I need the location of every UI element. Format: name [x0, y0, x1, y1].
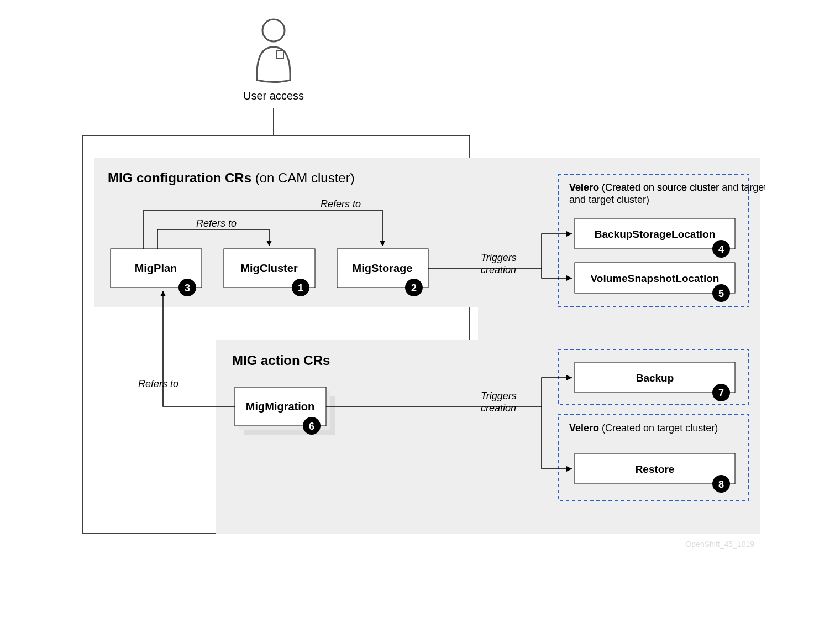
edge-refers2-label: Refers to [321, 199, 361, 210]
migplan-label: MigPlan [135, 262, 177, 274]
migcluster-num: 1 [298, 283, 303, 294]
migmigration-num: 6 [309, 421, 314, 432]
migmigration-label: MigMigration [246, 400, 314, 413]
edge-refers3-label: Refers to [138, 378, 179, 389]
edge-trig1b: creation [481, 264, 516, 275]
footer-ref: OpenShift_45_1019 [685, 540, 754, 549]
backup-label: Backup [636, 372, 674, 384]
diagram-svg: User access MIG configuration CRs (on CA… [75, 11, 765, 553]
architecture-diagram: User access MIG configuration CRs (on CA… [75, 11, 765, 553]
edge-refers1-label: Refers to [196, 218, 237, 229]
restore-num: 8 [718, 479, 724, 490]
edge-trig2b: creation [481, 403, 516, 414]
edge-trig2a: Triggers [481, 390, 517, 401]
user-icon [257, 19, 290, 82]
velero3-title: Velero (Created on target cluster) [569, 422, 718, 434]
velero1-line2: and target cluster) [569, 194, 649, 205]
backup-num: 7 [718, 388, 724, 399]
velero1-line1: Velero (Created on source cluster [569, 182, 719, 193]
backupstorage-num: 4 [718, 244, 724, 255]
backupstorage-label: BackupStorageLocation [595, 228, 716, 240]
action-section-title: MIG action CRs [232, 353, 330, 368]
volsnapshot-label: VolumeSnapshotLocation [591, 273, 720, 284]
config-section-title: MIG configuration CRs (on CAM cluster) [108, 170, 355, 185]
migplan-num: 3 [185, 283, 190, 294]
svg-point-0 [262, 19, 285, 41]
migcluster-label: MigCluster [240, 262, 298, 274]
migstorage-num: 2 [411, 283, 417, 294]
volsnapshot-num: 5 [718, 288, 724, 299]
user-access-label: User access [243, 90, 304, 102]
svg-rect-1 [277, 51, 284, 59]
edge-trig1a: Triggers [481, 252, 517, 263]
restore-label: Restore [636, 463, 675, 475]
migstorage-label: MigStorage [353, 262, 413, 274]
